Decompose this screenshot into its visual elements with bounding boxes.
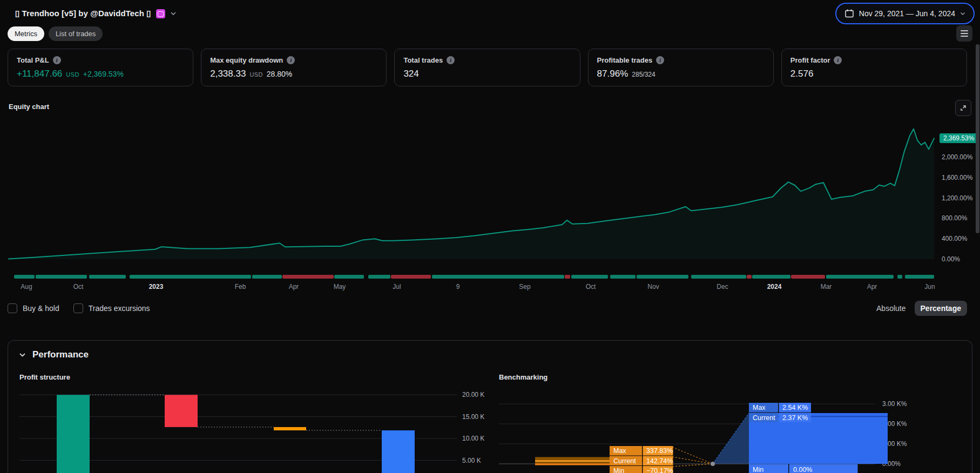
- value-secondary: +2,369.53%: [83, 70, 124, 78]
- equity-x-tick: Nov: [647, 283, 659, 290]
- equity-y-tick: 1,600.00%: [942, 173, 972, 182]
- scrollbar-thumb[interactable]: [976, 44, 979, 233]
- svg-text:Max: Max: [613, 447, 626, 455]
- svg-text:10.00 K: 10.00 K: [462, 435, 484, 442]
- svg-text:337.83%: 337.83%: [646, 447, 673, 455]
- date-range-button[interactable]: Nov 29, 2021 — Jun 4, 2024: [835, 3, 975, 24]
- navigator-segment-profit: [571, 275, 608, 279]
- card-profitable-trades: Profitable trades i 87.96% 285/324: [588, 49, 774, 86]
- waterfall-bar-gross-profit: [57, 395, 90, 473]
- card-value: +11,847.66 USD +2,369.53%: [17, 69, 184, 79]
- svg-text:Current: Current: [753, 414, 775, 422]
- navigator-segment-loss: [747, 275, 752, 279]
- performance-section: Performance Profit structure Benchmarkin…: [8, 340, 972, 473]
- svg-text:Min: Min: [613, 467, 624, 473]
- equity-y-tick: 2,000.00%: [942, 153, 972, 161]
- card-label: Max equity drawdown i: [210, 56, 377, 64]
- equity-y-tick: 400.00%: [942, 234, 967, 243]
- info-icon[interactable]: i: [656, 56, 664, 64]
- card-label: Total P&L i: [17, 56, 184, 64]
- benchmarking-title: Benchmarking: [499, 373, 548, 381]
- value-main: 87.96%: [597, 69, 628, 79]
- navigator-segment-profit: [637, 275, 688, 279]
- equity-x-tick: Jul: [393, 283, 401, 290]
- svg-text:15.00 K: 15.00 K: [462, 413, 484, 421]
- info-icon[interactable]: i: [287, 56, 295, 64]
- tab-list-of-trades[interactable]: List of trades: [49, 26, 103, 41]
- equity-y-tick: 800.00%: [942, 214, 967, 222]
- equity-x-tick: Dec: [717, 283, 728, 290]
- navigator-segment-profit: [252, 275, 282, 279]
- benchmark-connector: [672, 457, 713, 464]
- timeline-navigator[interactable]: [9, 275, 934, 279]
- card-label-text: Total P&L: [17, 56, 49, 64]
- expand-icon: [959, 104, 967, 112]
- svg-text:0.00%: 0.00%: [793, 466, 812, 473]
- card-label-text: Profit factor: [790, 56, 830, 64]
- strategy-chevron-down-icon[interactable]: [170, 11, 177, 16]
- tab-metrics[interactable]: Metrics: [8, 26, 44, 41]
- benchmark-zero-strip: [535, 464, 610, 465]
- equity-x-tick: Jun: [924, 283, 935, 290]
- tab-list-of-trades-label: List of trades: [56, 30, 96, 38]
- chart-options-row: Buy & hold Trades excursions Absolute Pe…: [8, 299, 972, 317]
- value-secondary: 285/324: [632, 71, 655, 78]
- toggle-buy-and-hold[interactable]: Buy & hold: [8, 303, 59, 313]
- value-currency: USD: [66, 71, 79, 78]
- svg-text:142.74%: 142.74%: [646, 457, 673, 465]
- collapse-chevron-icon: [19, 353, 26, 357]
- profit-structure-chart: 20.00 K15.00 K10.00 K5.00 K: [19, 387, 495, 473]
- benchmark-current-line: [535, 461, 610, 462]
- toggle-trades-excursions[interactable]: Trades excursions: [73, 303, 150, 313]
- equity-x-tick: 9: [456, 283, 460, 290]
- performance-header[interactable]: Performance: [8, 341, 972, 360]
- equity-x-tick: Apr: [867, 283, 877, 290]
- equity-area-fill: [9, 129, 934, 259]
- equity-x-tick: 2023: [149, 283, 164, 290]
- date-range-text: Nov 29, 2021 — Jun 4, 2024: [859, 9, 955, 18]
- equity-x-tick: Mar: [821, 283, 832, 290]
- svg-text:Min: Min: [753, 466, 763, 473]
- origin-dot: [711, 462, 715, 466]
- waterfall-bar-commission: [274, 427, 306, 430]
- value-main: 2.576: [790, 69, 814, 79]
- navigator-segment-profit: [14, 275, 35, 279]
- percentage-mode-button[interactable]: Percentage: [915, 301, 967, 316]
- svg-text:Max: Max: [753, 404, 766, 411]
- navigator-segment-profit: [89, 275, 126, 279]
- card-label-text: Profitable trades: [597, 56, 653, 64]
- equity-chart-svg: [0, 122, 980, 261]
- card-label: Total trades i: [403, 56, 571, 64]
- navigator-segment-profit: [334, 275, 364, 279]
- value-currency: USD: [249, 71, 262, 78]
- info-icon[interactable]: i: [834, 56, 842, 64]
- strategy-icon: [156, 9, 165, 18]
- info-icon[interactable]: i: [53, 56, 61, 64]
- absolute-mode-button[interactable]: Absolute: [876, 304, 905, 313]
- navigator-segment-profit: [905, 275, 934, 279]
- navigator-segment-profit: [691, 275, 746, 279]
- checkbox-buy-and-hold[interactable]: [8, 303, 17, 313]
- card-max-drawdown: Max equity drawdown i 2,338.33 USD 28.80…: [201, 49, 387, 86]
- checkbox-trades-excursions[interactable]: [73, 303, 83, 313]
- value-secondary: 28.80%: [267, 70, 292, 78]
- card-value: 87.96% 285/324: [597, 69, 765, 79]
- equity-y-tick: 1,200.00%: [942, 194, 972, 202]
- card-value: 324: [403, 69, 571, 79]
- chevron-down-icon: [960, 12, 965, 16]
- svg-text:3.00 K%: 3.00 K%: [882, 400, 907, 408]
- toggle-label: Trades excursions: [89, 304, 150, 313]
- equity-y-tick: 0.00%: [942, 255, 960, 263]
- waterfall-bar-gross-loss: [165, 395, 198, 427]
- menu-icon: [960, 30, 969, 37]
- info-icon[interactable]: i: [447, 56, 455, 64]
- expand-chart-button[interactable]: [955, 100, 971, 116]
- navigator-segment-profit: [752, 275, 790, 279]
- card-label-text: Total trades: [403, 56, 443, 64]
- equity-x-tick: Aug: [21, 283, 32, 290]
- svg-text:Current: Current: [613, 457, 636, 465]
- navigator-segment-profit: [897, 275, 902, 279]
- layout-menu-button[interactable]: [956, 25, 972, 42]
- view-tabs: Metrics List of trades: [8, 25, 972, 42]
- value-main: +11,847.66: [17, 69, 62, 79]
